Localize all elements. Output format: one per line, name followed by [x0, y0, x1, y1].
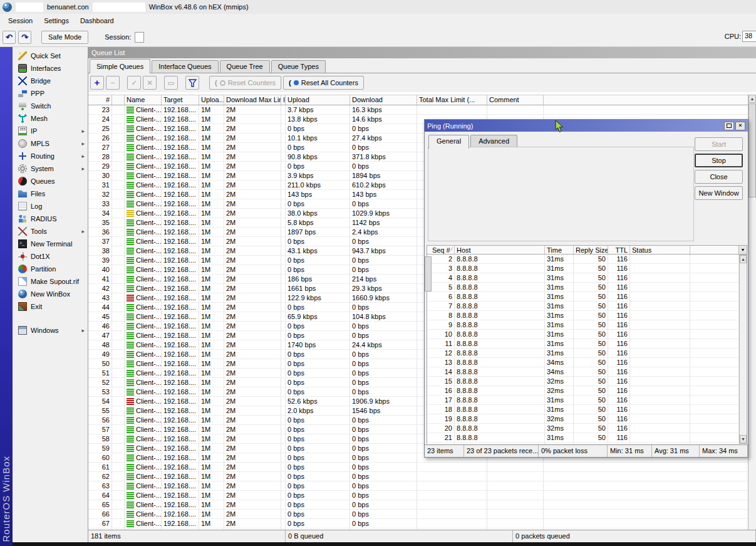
queue-row-63[interactable]: 63Client-...192.168....1M2M0 bps0 bps: [88, 481, 756, 491]
tab-general[interactable]: General: [428, 135, 469, 149]
close-ping-button[interactable]: Close: [695, 170, 743, 184]
ping-row-6[interactable]: 68.8.8.831ms50116: [427, 292, 739, 302]
ping-row-7[interactable]: 78.8.8.831ms50116: [427, 302, 739, 311]
ping-row-17[interactable]: 178.8.8.831ms50116: [427, 396, 739, 405]
close-button[interactable]: ×: [735, 122, 745, 130]
ping-row-8[interactable]: 88.8.8.831ms50116: [427, 311, 739, 320]
column-header-host[interactable]: Host: [455, 246, 545, 254]
ping-row-12[interactable]: 128.8.8.831ms50116: [427, 349, 739, 358]
sidebar-item-bridge[interactable]: Bridge: [13, 75, 88, 87]
sidebar-item-dot1x[interactable]: Dot1X: [13, 250, 88, 263]
disable-queue-button[interactable]: ✕: [143, 76, 157, 90]
sidebar-item-new-terminal[interactable]: New Terminal: [13, 238, 88, 250]
ping-row-10[interactable]: 108.8.8.831ms50116: [427, 330, 739, 339]
sidebar-item-queues[interactable]: Queues: [13, 175, 88, 187]
sidebar-item-make-supout-rif[interactable]: Make Supout.rif: [13, 275, 88, 288]
ping-titlebar[interactable]: Ping (Running) ×: [425, 120, 748, 132]
column-header-comment[interactable]: Comment: [487, 95, 544, 105]
ping-row-13[interactable]: 138.8.8.834ms50116: [427, 358, 739, 367]
scrollbar-thumb[interactable]: [425, 256, 432, 291]
new-window-button[interactable]: New Window: [695, 186, 743, 200]
queue-table-scrollbar[interactable]: ▲: [748, 95, 756, 530]
column-select-button[interactable]: ▼: [738, 246, 747, 254]
ping-row-20[interactable]: 208.8.8.832ms50116: [427, 424, 739, 433]
queue-row-61[interactable]: 61Client-...192.168....1M2M0 bps0 bps: [88, 463, 756, 472]
menu-item-session[interactable]: Session: [3, 15, 38, 26]
column-header-time[interactable]: Time: [545, 246, 574, 254]
queue-row-65[interactable]: 65Client-...192.168....1M2M0 bps0 bps: [88, 500, 756, 510]
sidebar-item-mesh[interactable]: Mesh: [13, 112, 88, 125]
add-queue-button[interactable]: +: [90, 76, 104, 90]
queue-row-23[interactable]: 23Client-...192.168....1M2M3.7 kbps16.3 …: [88, 105, 756, 115]
ping-row-15[interactable]: 158.8.8.832ms50116: [427, 377, 739, 386]
sidebar-item-radius[interactable]: RADIUS: [13, 213, 88, 225]
column-header-[interactable]: #: [88, 95, 112, 105]
queue-row-62[interactable]: 62Client-...192.168....1M2M0 bps0 bps: [88, 472, 756, 481]
menu-item-dashboard[interactable]: Dashboard: [75, 15, 120, 26]
sidebar-item-tools[interactable]: Tools▸: [13, 225, 88, 238]
queue-row-67[interactable]: 67Client-...192.168....1M2M0 bps0 bps: [88, 519, 756, 528]
ping-row-9[interactable]: 98.8.8.831ms50116: [427, 320, 739, 330]
scroll-up-icon[interactable]: ▲: [748, 95, 756, 103]
ping-row-2[interactable]: 28.8.8.831ms50116: [427, 255, 739, 264]
column-header-download-max-limit[interactable]: Download Max Limit: [224, 95, 281, 105]
column-header-total-max-limit[interactable]: Total Max Limit (...: [417, 95, 487, 105]
sidebar-item-log[interactable]: Log: [13, 200, 88, 213]
undo-button[interactable]: ↶: [3, 31, 16, 44]
ping-row-19[interactable]: 198.8.8.832ms50116: [427, 414, 739, 424]
maximize-button[interactable]: [724, 122, 734, 130]
menu-item-settings[interactable]: Settings: [38, 15, 75, 26]
ping-row-5[interactable]: 58.8.8.831ms50116: [427, 283, 739, 292]
column-header-target[interactable]: Target: [162, 95, 199, 105]
comment-button[interactable]: ▭: [164, 76, 178, 90]
sidebar-item-interfaces[interactable]: Interfaces: [13, 62, 88, 75]
session-input[interactable]: [135, 32, 144, 43]
column-header-status[interactable]: Status: [630, 246, 690, 254]
sidebar-item-quick-set[interactable]: Quick Set: [13, 50, 88, 62]
tab-queue-tree[interactable]: Queue Tree: [220, 60, 270, 73]
filter-button[interactable]: [185, 76, 199, 90]
remove-queue-button[interactable]: −: [106, 76, 120, 90]
ping-row-11[interactable]: 118.8.8.831ms50116: [427, 339, 739, 349]
redo-button[interactable]: ↷: [18, 31, 31, 44]
sidebar-item-system[interactable]: System▸: [13, 162, 88, 175]
column-header-reply-size[interactable]: Reply Size: [574, 246, 608, 254]
column-header-i[interactable]: I: [281, 95, 286, 105]
column-header-uploa[interactable]: Uploa...: [199, 95, 224, 105]
ping-row-18[interactable]: 188.8.8.831ms50116: [427, 405, 739, 414]
ping-row-22[interactable]: 228.8.8.831ms50116: [427, 443, 739, 444]
sidebar-item-partition[interactable]: Partition: [13, 263, 88, 275]
ping-row-4[interactable]: 48.8.8.831ms50116: [427, 273, 739, 283]
reset-counters-button[interactable]: ( Reset Counters: [209, 76, 281, 90]
scroll-up-icon[interactable]: ▲: [740, 255, 747, 263]
sidebar-item-routing[interactable]: Routing▸: [13, 150, 88, 162]
tab-simple-queues[interactable]: Simple Queues: [90, 59, 150, 73]
tab-advanced[interactable]: Advanced: [470, 135, 517, 147]
column-header-col1[interactable]: [112, 95, 125, 105]
ping-row-3[interactable]: 38.8.8.831ms50116: [427, 264, 739, 273]
reset-all-counters-button[interactable]: ( Reset All Counters: [283, 76, 364, 90]
tab-queue-types[interactable]: Queue Types: [271, 60, 326, 73]
column-header-download[interactable]: Download: [350, 95, 417, 105]
column-header-upload[interactable]: Upload: [286, 95, 350, 105]
sidebar-item-windows[interactable]: Windows▸: [13, 324, 88, 337]
sidebar-item-exit[interactable]: Exit: [13, 300, 88, 313]
column-header-ttl[interactable]: TTL: [608, 246, 630, 254]
scroll-down-icon[interactable]: ▼: [740, 435, 747, 443]
column-header-seq[interactable]: Seq #∕: [427, 246, 455, 254]
scrollbar-thumb[interactable]: [748, 103, 756, 197]
queue-row-66[interactable]: 66Client-...192.168....1M2M0 bps0 bps: [88, 510, 756, 519]
ping-row-21[interactable]: 218.8.8.831ms50116: [427, 433, 739, 443]
column-header-name[interactable]: Name: [125, 95, 162, 105]
safe-mode-button[interactable]: Safe Mode: [41, 31, 88, 44]
sidebar-item-mpls[interactable]: MPLS▸: [13, 137, 88, 150]
sidebar-item-ip[interactable]: IP▸: [13, 125, 88, 137]
enable-queue-button[interactable]: ✓: [127, 76, 141, 90]
ping-table-scrollbar[interactable]: ▲ ▼: [739, 255, 747, 444]
sidebar-item-files[interactable]: Files: [13, 187, 88, 200]
sidebar-item-new-winbox[interactable]: New WinBox: [13, 288, 88, 300]
ping-row-16[interactable]: 168.8.8.832ms50116: [427, 386, 739, 396]
tab-interface-queues[interactable]: Interface Queues: [152, 60, 218, 73]
ping-row-14[interactable]: 148.8.8.834ms50116: [427, 367, 739, 377]
sidebar-item-switch[interactable]: Switch: [13, 100, 88, 112]
